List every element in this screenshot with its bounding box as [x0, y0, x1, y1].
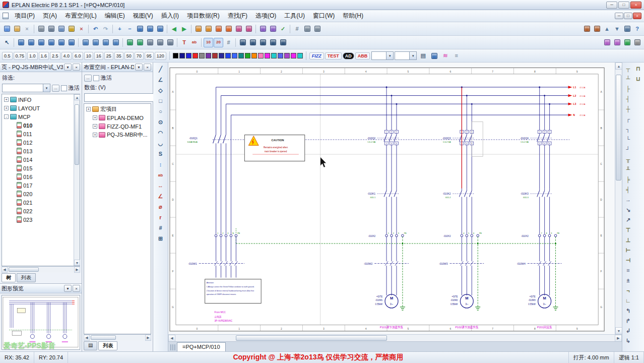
canvas-hscrollbar[interactable]: ◀ ▶: [168, 334, 622, 341]
panel-menu-icon[interactable]: ▾: [135, 64, 143, 71]
color-swatch-2[interactable]: [186, 53, 191, 58]
sector-icon[interactable]: ◡: [156, 139, 165, 148]
menu-item-7[interactable]: 查找(F): [224, 11, 251, 21]
bottom-connection-icon[interactable]: ⊥: [623, 235, 633, 245]
corner-tr-icon[interactable]: ┐: [623, 125, 633, 134]
cross-node-icon[interactable]: ┼: [623, 104, 633, 114]
rectangle-icon[interactable]: □: [156, 96, 165, 106]
tree-item-INFO[interactable]: +INFO: [2, 95, 74, 104]
mdi-close-button[interactable]: ×: [633, 13, 641, 19]
arc-icon[interactable]: ◠: [156, 128, 165, 138]
panel-close-icon[interactable]: ×: [73, 285, 80, 292]
tree-item-016[interactable]: 016: [2, 172, 74, 181]
scroll-right-icon[interactable]: ▶: [615, 335, 622, 342]
insert-shield-icon[interactable]: [67, 38, 76, 47]
bus-bar-icon[interactable]: ≡: [623, 266, 633, 275]
undo-icon[interactable]: ↶: [91, 24, 100, 34]
corner-tl-icon[interactable]: ┌: [623, 114, 633, 124]
color-swatch-13[interactable]: [258, 53, 264, 58]
open-bottom-icon[interactable]: ⊔: [633, 74, 643, 84]
scroll-down-icon[interactable]: ▼: [74, 260, 80, 266]
t-node-left-icon[interactable]: ┤: [623, 94, 633, 104]
layout-tree-hscrollbar[interactable]: ◀ ▶: [84, 334, 151, 340]
layer-list-icon[interactable]: ≡: [452, 51, 461, 60]
tree-item-宏项目[interactable]: +宏项目: [84, 105, 151, 113]
filter-combo[interactable]: ▾: [2, 84, 50, 92]
filter-more-button[interactable]: ...: [52, 85, 59, 92]
layer-combo[interactable]: ▾: [371, 51, 394, 60]
menu-item-11[interactable]: 帮助(H): [339, 11, 367, 21]
tree-item-020[interactable]: 020: [2, 190, 74, 198]
menu-item-10[interactable]: 窗口(W): [309, 11, 339, 21]
color-swatch-14[interactable]: [265, 53, 270, 58]
layer-management-icon[interactable]: [602, 38, 612, 47]
help-icon[interactable]: ?: [632, 24, 642, 34]
color-swatch-0[interactable]: [173, 53, 178, 58]
options-icon[interactable]: [632, 38, 642, 47]
expand-icon[interactable]: +: [93, 124, 97, 129]
tree-item-FIZZ-QD-MF1[interactable]: +FIZZ-QD-MF1: [84, 122, 151, 131]
insert-terminal-icon[interactable]: [36, 38, 46, 47]
ellipse-icon[interactable]: ⊙: [156, 117, 165, 127]
expand-icon[interactable]: +: [86, 107, 91, 111]
collapse-icon[interactable]: -: [4, 114, 9, 119]
jump-right-icon[interactable]: ↱: [623, 316, 633, 326]
drawing-canvas[interactable]: 00112233445566778899AABBCCDDEEFFGGL1/2.1…: [168, 63, 615, 334]
lineweight-4.0[interactable]: 4.0: [61, 52, 72, 60]
panel-close-icon[interactable]: ×: [144, 64, 151, 71]
lineweight-50[interactable]: 50: [124, 52, 134, 60]
mdi-restore-button[interactable]: □: [624, 13, 632, 19]
layout-active-checkbox[interactable]: [93, 75, 99, 81]
scrollbar-thumb[interactable]: [91, 335, 116, 340]
grid-10-icon[interactable]: 10: [204, 38, 213, 47]
insert-image-icon[interactable]: ⊞: [156, 234, 165, 244]
page-navigator-icon[interactable]: [194, 24, 203, 34]
new-page-icon[interactable]: [2, 24, 12, 34]
zoom-window-icon[interactable]: [135, 24, 145, 34]
parts-management-icon[interactable]: [258, 24, 268, 34]
right-connection-icon[interactable]: ⊢: [623, 246, 633, 255]
close-project-icon[interactable]: ×: [22, 24, 32, 34]
plus-minus-icon[interactable]: ±: [623, 276, 633, 285]
arrow-down-right-icon[interactable]: ↘: [623, 205, 633, 215]
polyline-icon[interactable]: ∠: [156, 75, 165, 85]
color-swatch-5[interactable]: [206, 53, 211, 58]
fizz-button[interactable]: FIZZ: [309, 52, 324, 59]
zoom-in-icon[interactable]: +: [115, 24, 124, 34]
pages-tree-scrollbar[interactable]: ▲ ▼: [74, 94, 80, 266]
layout-tab-列表[interactable]: 列表: [98, 341, 117, 350]
snap-to-grid-icon[interactable]: #: [224, 38, 233, 47]
lineweight-35[interactable]: 35: [114, 52, 123, 60]
previous-page-icon[interactable]: ◀: [169, 24, 179, 34]
reports-icon[interactable]: [214, 24, 223, 34]
jump-forward-icon[interactable]: ↳: [623, 336, 633, 346]
tree-item-MCP[interactable]: -MCP: [2, 112, 74, 121]
menu-item-9[interactable]: 工具(U): [280, 11, 309, 21]
tree-item-012[interactable]: 012: [2, 138, 74, 147]
scrollbar-thumb[interactable]: [616, 75, 621, 180]
potential-icon[interactable]: [135, 38, 145, 47]
junction-icon[interactable]: [111, 38, 120, 47]
tree-item-022[interactable]: 022: [2, 207, 74, 215]
jump-back-icon[interactable]: ↲: [623, 326, 633, 336]
cable-diagram-icon[interactable]: [244, 24, 253, 34]
layout-more-button[interactable]: ...: [84, 75, 92, 82]
expand-icon[interactable]: +: [4, 97, 9, 102]
minimize-button[interactable]: ─: [606, 2, 617, 9]
layers-icon[interactable]: ▤: [418, 51, 428, 60]
project-data-icon[interactable]: [268, 24, 278, 34]
page-macro-icon[interactable]: [204, 24, 213, 34]
signal-tracking-icon[interactable]: ≋: [440, 51, 450, 60]
double-t-right-icon[interactable]: ╞: [623, 175, 633, 185]
test-button[interactable]: TEST: [325, 52, 342, 59]
polygon-icon[interactable]: ◇: [156, 86, 165, 95]
tree-item-013[interactable]: 013: [2, 147, 74, 155]
layout-tab-icon0[interactable]: ▤: [84, 341, 97, 350]
grid-20-icon[interactable]: 20: [214, 38, 223, 47]
tree-item-017[interactable]: 017: [2, 181, 74, 190]
insert-symbol-icon[interactable]: [16, 38, 26, 47]
device-navigator-icon[interactable]: [429, 51, 439, 60]
plc-box-icon[interactable]: [155, 38, 165, 47]
color-swatch-15[interactable]: [271, 53, 277, 58]
corner-br-icon[interactable]: ┘: [623, 145, 633, 154]
